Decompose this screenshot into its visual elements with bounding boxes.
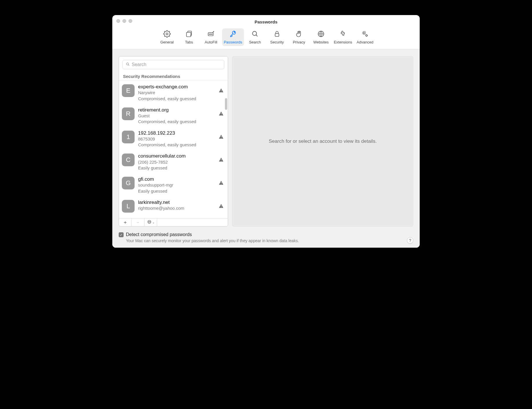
user-name: 8675309 xyxy=(138,136,224,142)
section-header: Security Recommendations xyxy=(119,72,228,81)
minimize-icon[interactable] xyxy=(122,19,126,23)
status-text: Easily guessed xyxy=(138,165,224,171)
tab-tabs[interactable]: Tabs xyxy=(178,28,200,46)
tab-label: Extensions xyxy=(334,40,352,44)
svg-point-7 xyxy=(234,32,235,33)
key-icon xyxy=(229,30,237,39)
gears-icon xyxy=(361,30,369,39)
user-name: soundsupport-mgr xyxy=(138,182,224,188)
site-avatar: R xyxy=(122,107,135,120)
list-bottom-bar: ＋ － ⌄ xyxy=(119,218,228,226)
tab-advanced[interactable]: Advanced xyxy=(354,28,376,46)
svg-point-4 xyxy=(210,34,211,34)
actions-menu-button[interactable]: ⌄ xyxy=(144,218,157,226)
svg-point-3 xyxy=(209,34,210,34)
list-item[interactable]: 1 192.168.192.223 8675309 Compromised, e… xyxy=(119,127,228,150)
search-input[interactable] xyxy=(132,62,221,67)
svg-point-11 xyxy=(363,32,365,34)
chevron-down-icon: ⌄ xyxy=(152,221,155,224)
list-item[interactable]: G gfi.com soundsupport-mgr Easily guesse… xyxy=(119,173,228,196)
lock-icon xyxy=(273,30,281,39)
gear-icon xyxy=(163,30,171,39)
user-name: righttoome@yahoo.com xyxy=(138,205,224,211)
tabs-icon xyxy=(185,30,193,39)
site-name: larkinrealty.net xyxy=(138,199,224,205)
site-name: 192.168.192.223 xyxy=(138,130,224,136)
svg-point-0 xyxy=(166,33,168,35)
svg-point-15 xyxy=(148,222,149,222)
svg-rect-9 xyxy=(275,34,279,36)
user-name: Guest xyxy=(138,113,224,119)
warning-icon xyxy=(219,180,224,185)
status-text: Compromised, easily guessed xyxy=(138,119,224,125)
warning-icon xyxy=(219,134,224,139)
window-controls xyxy=(116,19,132,23)
tab-passwords[interactable]: Passwords xyxy=(222,28,244,46)
preferences-window: Passwords General Tabs AutoFill Password… xyxy=(112,15,420,248)
footer: ✓ Detect compromised passwords Your Mac … xyxy=(119,232,413,243)
site-avatar: 1 xyxy=(122,131,135,143)
detect-compromised-checkbox[interactable]: ✓ xyxy=(119,232,124,237)
scrollbar-thumb[interactable] xyxy=(225,98,227,110)
list-item[interactable]: R retirement.org Guest Compromised, easi… xyxy=(119,104,228,127)
ellipsis-icon xyxy=(147,220,152,225)
site-avatar: E xyxy=(122,84,135,97)
list-item[interactable]: C consumercellular.com (206) 225-7852 Ea… xyxy=(119,150,228,173)
warning-icon xyxy=(219,157,224,162)
svg-point-5 xyxy=(212,34,212,34)
warning-icon xyxy=(219,111,224,116)
user-name: Narywire xyxy=(138,90,224,96)
tab-privacy[interactable]: Privacy xyxy=(288,28,310,46)
zoom-icon[interactable] xyxy=(129,19,132,23)
toolbar: General Tabs AutoFill Passwords Search xyxy=(112,28,420,49)
checkbox-label: Detect compromised passwords xyxy=(126,232,299,238)
tab-label: Security xyxy=(270,40,284,44)
list-item[interactable]: L larkinrealty.net righttoome@yahoo.com xyxy=(119,196,228,215)
svg-point-16 xyxy=(149,222,149,222)
site-name: consumercellular.com xyxy=(138,153,224,159)
content-area: Security Recommendations E experts-excha… xyxy=(112,49,420,248)
tab-label: Privacy xyxy=(293,40,305,44)
tab-label: Tabs xyxy=(185,40,193,44)
password-list: E experts-exchange.com Narywire Compromi… xyxy=(119,81,228,218)
svg-point-12 xyxy=(366,35,367,36)
site-name: experts-exchange.com xyxy=(138,84,224,90)
warning-icon xyxy=(219,88,224,93)
site-avatar: G xyxy=(122,177,135,189)
svg-point-17 xyxy=(150,222,150,222)
search-icon xyxy=(251,30,259,39)
puzzle-icon xyxy=(339,30,347,39)
site-name: gfi.com xyxy=(138,176,224,182)
list-item[interactable]: E experts-exchange.com Narywire Compromi… xyxy=(119,81,228,104)
status-text: Compromised, easily guessed xyxy=(138,142,224,148)
svg-rect-1 xyxy=(186,32,191,37)
tab-label: Search xyxy=(249,40,261,44)
search-input-wrapper[interactable] xyxy=(122,60,224,69)
globe-icon xyxy=(317,30,325,39)
add-button[interactable]: ＋ xyxy=(119,218,132,226)
tab-extensions[interactable]: Extensions xyxy=(332,28,354,46)
tab-general[interactable]: General xyxy=(156,28,178,46)
site-avatar: L xyxy=(122,200,135,213)
tab-autofill[interactable]: AutoFill xyxy=(200,28,222,46)
close-icon[interactable] xyxy=(116,19,120,23)
hand-icon xyxy=(295,30,303,39)
tab-label: Passwords xyxy=(224,40,242,44)
svg-point-13 xyxy=(126,63,129,65)
remove-button[interactable]: － xyxy=(132,218,144,226)
warning-icon xyxy=(219,203,224,209)
tab-label: Websites xyxy=(313,40,329,44)
passwords-sidebar: Security Recommendations E experts-excha… xyxy=(119,56,228,227)
tab-search[interactable]: Search xyxy=(244,28,266,46)
autofill-icon xyxy=(207,30,215,39)
status-text: Easily guessed xyxy=(138,188,224,194)
tab-websites[interactable]: Websites xyxy=(310,28,332,46)
detail-placeholder: Search for or select an account to view … xyxy=(269,138,377,144)
detail-pane: Search for or select an account to view … xyxy=(232,56,413,227)
tab-security[interactable]: Security xyxy=(266,28,288,46)
titlebar: Passwords xyxy=(112,15,420,28)
user-name: (206) 225-7852 xyxy=(138,159,224,165)
checkbox-description: Your Mac can securely monitor your passw… xyxy=(126,238,299,243)
site-avatar: C xyxy=(122,154,135,166)
help-button[interactable]: ? xyxy=(407,237,413,244)
